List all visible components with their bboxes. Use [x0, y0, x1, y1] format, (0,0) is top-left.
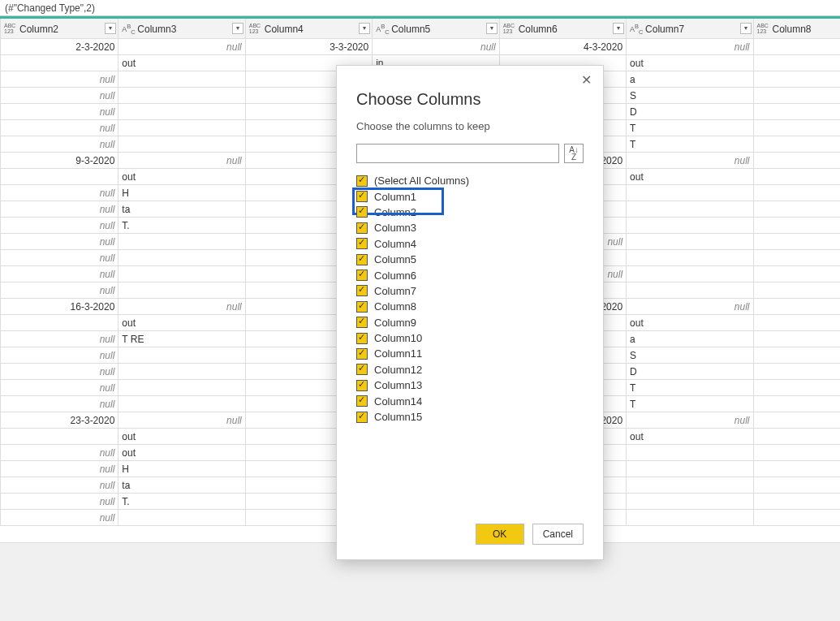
table-cell[interactable]: D [627, 364, 753, 380]
table-cell[interactable] [753, 315, 840, 331]
table-cell[interactable]: out [627, 55, 753, 71]
checkbox-icon[interactable] [356, 270, 368, 281]
column-item-6[interactable]: Column7 [356, 283, 584, 299]
table-cell[interactable]: null [1, 218, 118, 234]
column-header[interactable]: ABCColumn7 ▾ [627, 18, 753, 39]
table-cell[interactable]: ta [118, 477, 245, 494]
table-cell[interactable]: null [1, 120, 118, 136]
table-cell[interactable]: 12 [753, 153, 840, 169]
table-cell[interactable] [753, 120, 840, 136]
column-header[interactable]: ABC123Column2 ▾ [1, 18, 118, 39]
chevron-down-icon[interactable]: ▾ [740, 23, 752, 34]
checkbox-icon[interactable] [356, 175, 368, 187]
sort-az-button[interactable]: A↓ Z [564, 144, 584, 163]
table-cell[interactable]: null [753, 282, 840, 299]
table-cell[interactable]: ta [118, 201, 245, 218]
table-cell[interactable] [627, 282, 753, 299]
table-cell[interactable]: null [1, 380, 118, 396]
table-cell[interactable]: null [627, 412, 753, 429]
checkbox-icon[interactable] [356, 395, 368, 407]
table-cell[interactable]: null [1, 396, 118, 412]
table-cell[interactable] [118, 88, 245, 104]
chevron-down-icon[interactable]: ▾ [232, 23, 243, 34]
table-cell[interactable] [118, 250, 245, 266]
table-cell[interactable] [1, 315, 118, 331]
table-cell[interactable] [753, 364, 840, 380]
checkbox-icon[interactable] [356, 348, 368, 360]
column-header[interactable]: ABC123Column4 ▾ [245, 18, 372, 39]
checkbox-icon[interactable] [356, 412, 368, 423]
table-cell[interactable] [1, 169, 118, 185]
table-cell[interactable] [627, 510, 753, 526]
table-cell[interactable]: out [118, 55, 245, 71]
table-cell[interactable]: 23-3-2020 [1, 412, 118, 429]
table-cell[interactable]: null [1, 461, 118, 477]
table-cell[interactable]: null [753, 218, 840, 234]
table-cell[interactable]: null [1, 477, 118, 494]
table-cell[interactable] [118, 510, 245, 526]
table-cell[interactable]: null [1, 364, 118, 380]
table-cell[interactable] [118, 234, 245, 250]
table-cell[interactable] [627, 218, 753, 234]
column-item-0[interactable]: Column1 [356, 188, 584, 204]
table-cell[interactable]: null [753, 461, 840, 477]
table-cell[interactable]: out [627, 169, 753, 185]
checkbox-icon[interactable] [356, 333, 368, 344]
checkbox-icon[interactable] [356, 254, 368, 265]
table-cell[interactable] [627, 201, 753, 218]
table-cell[interactable]: 16-3-2020 [1, 299, 118, 315]
table-cell[interactable]: 2-3-2020 [1, 39, 118, 55]
search-input[interactable] [356, 144, 559, 163]
column-item-4[interactable]: Column5 [356, 252, 584, 267]
table-cell[interactable] [118, 71, 245, 88]
table-cell[interactable]: 4-3-2020 [499, 39, 626, 55]
table-cell[interactable]: null [753, 234, 840, 250]
table-cell[interactable]: null [1, 250, 118, 266]
table-cell[interactable]: null [1, 88, 118, 104]
checkbox-icon[interactable] [356, 317, 368, 328]
table-cell[interactable]: null [1, 331, 118, 347]
checkbox-icon[interactable] [356, 364, 368, 375]
table-cell[interactable] [753, 169, 840, 185]
table-cell[interactable] [118, 136, 245, 153]
table-cell[interactable] [1, 55, 118, 71]
table-cell[interactable] [627, 234, 753, 250]
table-cell[interactable]: null [1, 282, 118, 299]
table-cell[interactable]: null [753, 201, 840, 218]
table-cell[interactable]: a [627, 331, 753, 347]
table-cell[interactable]: T [627, 396, 753, 412]
chevron-down-icon[interactable]: ▾ [105, 23, 116, 34]
table-cell[interactable]: null [118, 153, 245, 169]
table-cell[interactable] [627, 445, 753, 461]
table-cell[interactable] [118, 347, 245, 364]
chevron-down-icon[interactable]: ▾ [486, 23, 498, 34]
cancel-button[interactable]: Cancel [532, 524, 584, 545]
column-item-11[interactable]: Column12 [356, 362, 584, 377]
table-cell[interactable]: 19 [753, 299, 840, 315]
table-cell[interactable]: T. [118, 218, 245, 234]
table-cell[interactable]: null [1, 71, 118, 88]
table-cell[interactable]: H [118, 461, 245, 477]
table-cell[interactable] [753, 347, 840, 364]
table-cell[interactable]: null [753, 494, 840, 510]
table-cell[interactable]: 5 [753, 39, 840, 55]
table-cell[interactable]: null [1, 347, 118, 364]
table-cell[interactable] [753, 71, 840, 88]
table-cell[interactable]: null [1, 266, 118, 282]
table-cell[interactable] [118, 266, 245, 282]
checkbox-icon[interactable] [356, 301, 368, 313]
table-cell[interactable]: null [373, 39, 499, 55]
checkbox-icon[interactable] [356, 285, 368, 296]
table-cell[interactable]: null [753, 477, 840, 494]
table-cell[interactable]: S [627, 347, 753, 364]
table-cell[interactable] [118, 364, 245, 380]
table-cell[interactable] [627, 461, 753, 477]
table-cell[interactable]: null [753, 266, 840, 282]
table-cell[interactable] [627, 494, 753, 510]
table-cell[interactable] [753, 88, 840, 104]
column-header[interactable]: ABC123Column8 ▾ [753, 18, 840, 39]
table-cell[interactable]: null [1, 494, 118, 510]
column-item-2[interactable]: Column3 [356, 220, 584, 235]
table-cell[interactable] [118, 120, 245, 136]
table-cell[interactable] [627, 477, 753, 494]
